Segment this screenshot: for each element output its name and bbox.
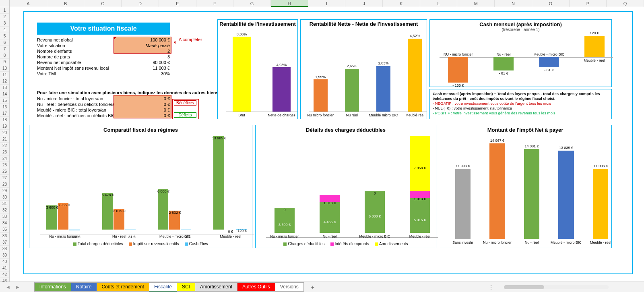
- sim-row[interactable]: Meublé - réel : bénéfices ou déficits BI…: [37, 113, 170, 118]
- sheet-tab[interactable]: SCI: [177, 282, 195, 292]
- select-all-corner[interactable]: [0, 0, 10, 7]
- fiscal-row[interactable]: Nombre de parts3: [37, 54, 170, 60]
- deficits-label: Déficits: [174, 112, 196, 118]
- chart-title: Rentabilité Nette - Nette de l'investiss…: [301, 21, 427, 27]
- arrow-icon: [174, 42, 180, 42]
- fiscal-row[interactable]: Montant Net impôt sans revenu local11 00…: [37, 65, 170, 71]
- fiscal-title: Votre situation fiscale: [37, 23, 170, 35]
- fiscal-row[interactable]: Votre TMI30%: [37, 71, 170, 77]
- sheet-tabs-bar: ◄ ► InformationsNotaireCoûts et rendemen…: [0, 282, 644, 292]
- fiscal-row[interactable]: Revenu net global100 000 €: [37, 37, 170, 43]
- a-completer-label: A compléter: [179, 37, 202, 42]
- sheet-tab[interactable]: Versions: [275, 282, 304, 292]
- chart-title: Cash mensuel (après imposition): [430, 21, 611, 27]
- chart-cash-mensuel[interactable]: Cash mensuel (après imposition) (trésore…: [429, 19, 612, 87]
- simulation-header: Pour faire une simulation avec plusieurs…: [37, 90, 221, 95]
- info-null: - NUL (=0) : votre investissement s'auto…: [433, 106, 609, 111]
- sheet-tab[interactable]: Notaire: [71, 282, 97, 292]
- sheet-tab[interactable]: Fiscalité: [149, 282, 177, 292]
- row-headers[interactable]: 1234567891011121314151617181920212223242…: [0, 7, 10, 282]
- chart-rentabilite-investissement[interactable]: Rentabilité de l'investissement 8,36%Bru…: [217, 19, 298, 119]
- tab-next-icon[interactable]: ►: [13, 284, 23, 290]
- chart-details-charges[interactable]: Détails des charges déductibles 3 600 €0…: [255, 125, 436, 248]
- info-positive: - POSITIF : votre investissement vous gé…: [433, 111, 609, 116]
- info-negative: - NEGATIF : votre investissement vous co…: [433, 101, 609, 106]
- simulation-panel: Nu - micro foncier : total loyers/an0 €N…: [37, 96, 170, 118]
- fiscal-row[interactable]: Nombre d'enfants2: [37, 48, 170, 54]
- info-formula: Cash mensuel (après imposition) = Total …: [433, 91, 609, 101]
- sheet-tab[interactable]: Informations: [34, 282, 71, 292]
- fiscal-row[interactable]: Revenu net imposable90 000 €: [37, 60, 170, 65]
- benefices-label: Bénéfices: [174, 100, 196, 106]
- chart-rentabilite-nette[interactable]: Rentabilité Nette - Nette de l'investiss…: [300, 19, 427, 119]
- column-headers[interactable]: ABCDEFGHIJKLMNOPQ: [10, 0, 644, 7]
- add-sheet-button[interactable]: +: [304, 284, 322, 290]
- chart-title: Montant de l'impôt Net à payer: [439, 127, 611, 133]
- sim-row[interactable]: Meublé - micro BIC : total loyers/an0 €: [37, 107, 170, 113]
- cash-info-box: Cash mensuel (après imposition) = Total …: [429, 89, 612, 119]
- chart-title: Comparatif fiscal des régimes: [29, 127, 252, 133]
- chart-comparatif-fiscal[interactable]: Comparatif fiscal des régimes 3 600 €3 9…: [29, 125, 252, 248]
- horizontal-scrollbar[interactable]: [504, 285, 609, 289]
- chart-legend: Charges déductiblesIntérêts d'empruntsAm…: [256, 240, 436, 248]
- tab-options-icon[interactable]: ⋮: [489, 284, 496, 290]
- worksheet-area: Votre situation fiscale Revenu net globa…: [10, 7, 644, 282]
- chart-subtitle: (trésorerie - année 1): [430, 27, 611, 32]
- chart-impot-net[interactable]: Montant de l'impôt Net à payer 11 003 €S…: [439, 125, 612, 248]
- sim-row[interactable]: Nu - micro foncier : total loyers/an0 €: [37, 96, 170, 101]
- chart-legend: Total charges déductiblesImpôt sur reven…: [29, 240, 252, 248]
- tab-prev-icon[interactable]: ◄: [3, 284, 13, 290]
- sheet-tab[interactable]: Amortissement: [195, 282, 237, 292]
- sim-row[interactable]: Nu - réel : bénéfices ou déficits foncie…: [37, 101, 170, 107]
- chart-title: Rentabilité de l'investissement: [218, 21, 297, 27]
- fiscal-situation-panel: Votre situation fiscale Revenu net globa…: [37, 23, 170, 77]
- chart-title: Détails des charges déductibles: [256, 127, 436, 133]
- fiscal-row[interactable]: Votre situation :Marié-pacsé: [37, 43, 170, 48]
- sheet-tab[interactable]: Autres Outils: [237, 282, 275, 292]
- sheet-tab[interactable]: Coûts et rendement: [97, 282, 149, 292]
